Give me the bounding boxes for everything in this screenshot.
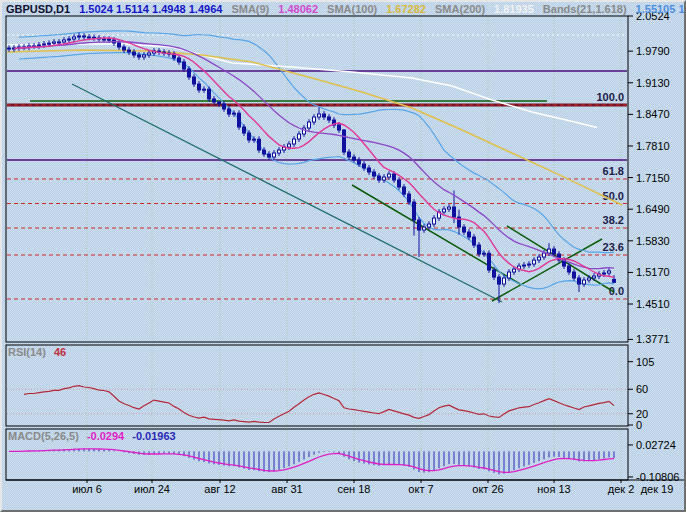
candle-body [478,245,481,254]
candle [203,86,206,93]
candle-body [473,237,476,245]
candle [608,268,611,276]
fib-label: 50.0 [603,190,624,202]
candle-body [353,157,356,160]
time-tick-label: авг 12 [204,483,235,495]
chart-window: GBPUSD,D1 1.5024 1.5114 1.4948 1.4964 SM… [0,0,686,512]
sma9-line [14,38,614,277]
candle-body [363,164,366,168]
bollinger-middle-line [19,42,614,269]
price-tick-label: 1.9130 [636,77,670,89]
candle-body [213,99,216,102]
trendlines-layer [72,84,614,302]
candle-body [603,273,606,274]
candle-body [78,36,81,37]
candle [68,36,71,43]
candle [328,114,331,123]
candle-body [268,154,271,157]
candle-body [403,187,406,194]
rsi-tick-label: 60 [636,383,648,395]
fibonacci-layer: 100.061.850.038.223.60.0 [7,91,627,299]
candle [273,150,276,160]
symbol-period-label: GBPUSD,D1 [6,3,70,15]
open-value: 1.5024 [79,3,113,15]
sma9-value: 1.48062 [278,3,318,15]
candle [8,45,11,52]
candle-body [568,266,571,272]
macd-layer [9,449,614,475]
candle-body [543,253,546,257]
candle [183,59,186,72]
candle [613,275,616,283]
candle-body [103,39,106,40]
candle-body [468,232,471,237]
macd-tick-label: -0.10806 [636,471,679,483]
price-tick-label: 1.7810 [636,140,670,152]
candle [468,229,471,240]
candle-body [413,202,416,220]
macd-signal-value: -0.01963 [132,430,175,442]
time-tick-label: сен 18 [338,483,371,495]
candle-body [418,220,421,230]
time-tick-label: ноя 13 [537,483,570,495]
candle-body [193,77,196,84]
candle [433,215,436,227]
candle [438,209,441,221]
candle [473,234,476,248]
price-tick-label: 1.5170 [636,266,670,278]
candle [533,257,536,267]
candle-body [463,227,466,232]
candle-body [533,260,536,264]
candle-body [178,58,181,62]
candle-body [58,42,61,43]
candle-body [73,37,76,39]
candle-body [273,153,276,157]
high-value: 1.5114 [116,3,149,15]
candle-body [393,174,396,180]
candle [418,217,421,257]
candle [343,129,346,155]
candle-body [593,276,596,278]
candle [38,42,41,49]
candle [378,173,381,183]
candle-body [8,48,11,49]
candle-body [488,253,491,270]
candle [233,110,236,117]
candle-body [238,113,241,127]
time-tick-label: дек 19 [641,483,674,495]
candle-body [433,218,436,224]
candle-body [218,102,221,104]
fib-label: 100.0 [596,91,624,103]
candle [278,147,281,156]
macd-signal-line [9,449,614,473]
candle-body [63,40,66,42]
candle [428,221,431,230]
candle-body [188,69,191,77]
candle-body [538,257,541,260]
candle-body [313,117,316,122]
candle-body [318,114,321,117]
rsi-tick-label: 20 [636,408,648,420]
price-tick-label: 1.3771 [636,333,670,345]
bands-label: Bands(21,1.618) [543,3,627,15]
candle [293,136,296,147]
candle-body [453,207,456,217]
candle-body [373,172,376,176]
candle [198,81,201,93]
rsi-line [24,386,614,423]
candle [443,206,446,215]
candle-body [263,150,266,154]
macd-indicator-name: MACD(5,26,5) [8,430,79,442]
candle-body [448,207,451,209]
candle [448,204,451,212]
macd-tick-label: 0.02724 [636,439,676,451]
candle-body [578,278,581,284]
candle-body [523,265,526,266]
axes-layer: 2.05241.97901.91301.84701.78101.71501.64… [6,10,684,495]
candle [143,52,146,60]
candle-body [68,39,71,40]
macd-main-value: -0.0294 [87,430,124,442]
candle-body [583,280,586,284]
candle-body [548,249,551,253]
price-tick-label: 1.8470 [636,108,670,120]
